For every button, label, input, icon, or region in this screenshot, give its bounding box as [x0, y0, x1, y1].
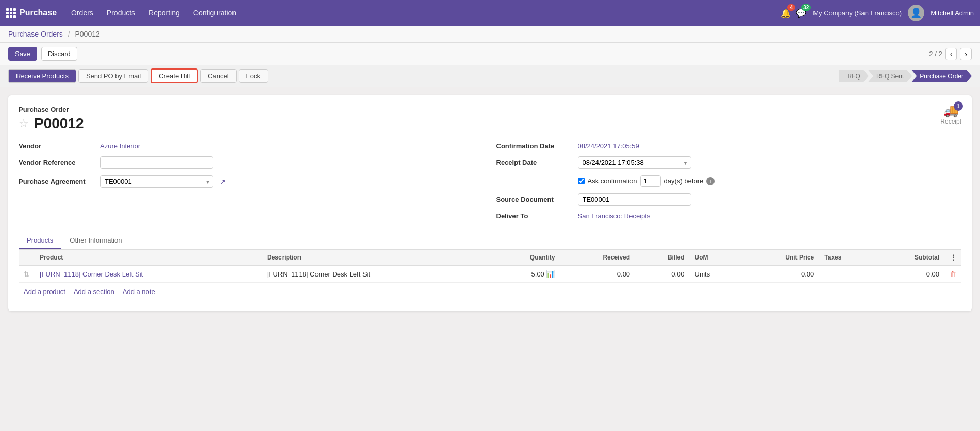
source-document-input[interactable]	[578, 193, 691, 206]
create-bill-button[interactable]: Create Bill	[151, 68, 198, 83]
breadcrumb: Purchase Orders / P00012	[0, 26, 980, 43]
receipt-date-select[interactable]: 08/24/2021 17:05:38	[578, 156, 691, 169]
form-grid: Vendor Azure Interior Vendor Reference P…	[19, 142, 961, 220]
confirmation-date-row: Confirmation Date 08/24/2021 17:05:59	[496, 142, 962, 150]
row-product[interactable]: [FURN_1118] Corner Desk Left Sit	[35, 266, 262, 283]
row-unit-price[interactable]: 0.00	[741, 266, 819, 283]
info-icon[interactable]: i	[706, 177, 715, 185]
chat-count: 32	[801, 4, 811, 11]
row-quantity: 5.00 📊	[489, 266, 560, 283]
confirmation-date-label: Confirmation Date	[496, 142, 574, 150]
tab-other-information[interactable]: Other Information	[61, 232, 130, 249]
purchase-agreement-select[interactable]: TE00001	[100, 175, 213, 188]
status-rfq[interactable]: RFQ	[839, 70, 869, 82]
send-po-email-button[interactable]: Send PO by Email	[78, 69, 148, 83]
deliver-to-row: Deliver To San Francisco: Receipts	[496, 212, 962, 220]
vendor-reference-input[interactable]	[100, 156, 213, 169]
col-received: Received	[560, 250, 635, 266]
receipt-count: 1	[954, 101, 963, 111]
doc-type-label: Purchase Order	[19, 106, 961, 113]
user-name[interactable]: Mitchell Admin	[931, 9, 974, 17]
lock-button[interactable]: Lock	[239, 69, 268, 83]
source-document-label: Source Document	[496, 196, 574, 203]
receive-products-button[interactable]: Receive Products	[8, 69, 76, 83]
nav-badges: 🔔 4 💬 32	[780, 7, 807, 19]
drag-handle-icon: ⇅	[24, 270, 29, 278]
receipt-date-row: Receipt Date 08/24/2021 17:05:38 ▼	[496, 156, 962, 169]
user-avatar[interactable]: 👤	[908, 5, 924, 21]
discard-button[interactable]: Discard	[41, 47, 77, 61]
cancel-button[interactable]: Cancel	[200, 69, 236, 83]
col-billed: Billed	[635, 250, 690, 266]
purchase-agreement-label: Purchase Agreement	[19, 178, 96, 185]
breadcrumb-parent[interactable]: Purchase Orders	[8, 30, 63, 38]
purchase-agreement-select-wrap: TE00001 ▼	[100, 175, 213, 188]
nav-orders[interactable]: Orders	[65, 6, 99, 20]
app-title: Purchase	[20, 8, 57, 18]
nav-items: Orders Products Reporting Configuration	[65, 6, 776, 20]
next-page-button[interactable]: ›	[960, 48, 972, 60]
vendor-row: Vendor Azure Interior	[19, 142, 484, 150]
row-delete[interactable]: 🗑	[944, 266, 961, 283]
col-description: Description	[262, 250, 489, 266]
col-handle	[19, 250, 35, 266]
tab-products[interactable]: Products	[19, 232, 61, 249]
prev-page-button[interactable]: ‹	[945, 48, 957, 60]
breadcrumb-current: P00012	[75, 30, 100, 38]
vendor-label: Vendor	[19, 142, 96, 150]
col-subtotal: Subtotal	[874, 250, 944, 266]
delete-row-icon[interactable]: 🗑	[950, 270, 956, 278]
notification-badge[interactable]: 🔔 4	[780, 7, 791, 19]
col-uom: UoM	[690, 250, 741, 266]
vendor-reference-row: Vendor Reference	[19, 156, 484, 169]
nav-configuration[interactable]: Configuration	[187, 6, 242, 20]
document-card: 🚚 1 Receipt Purchase Order ☆ P00012 Vend…	[8, 95, 972, 311]
purchase-agreement-row: Purchase Agreement TE00001 ▼ ↗	[19, 175, 484, 188]
deliver-to-value[interactable]: San Francisco: Receipts	[578, 212, 651, 220]
row-subtotal: 0.00	[874, 266, 944, 283]
page-indicator: 2 / 2	[929, 50, 942, 58]
nav-reporting[interactable]: Reporting	[142, 6, 186, 20]
confirmation-date-value: 08/24/2021 17:05:59	[578, 142, 639, 150]
chat-badge[interactable]: 💬 32	[795, 7, 807, 19]
table-header-row: Product Description Quantity Received Bi…	[19, 250, 961, 266]
grid-icon	[6, 8, 15, 18]
forecast-chart-icon[interactable]: 📊	[546, 270, 555, 278]
add-note-link[interactable]: Add a note	[123, 288, 155, 296]
deliver-to-label: Deliver To	[496, 212, 574, 220]
save-button[interactable]: Save	[8, 47, 37, 61]
ask-confirmation-row: Ask confirmation day(s) before i	[496, 175, 962, 187]
toolbar: Receive Products Send PO by Email Create…	[0, 65, 980, 87]
source-document-row: Source Document	[496, 193, 962, 206]
nav-products[interactable]: Products	[101, 6, 141, 20]
notification-count: 4	[787, 4, 795, 11]
row-description[interactable]: [FURN_1118] Corner Desk Left Sit	[262, 266, 489, 283]
col-taxes: Taxes	[819, 250, 874, 266]
form-right: Confirmation Date 08/24/2021 17:05:59 Re…	[496, 142, 962, 220]
doc-number: P00012	[34, 115, 84, 132]
vendor-value[interactable]: Azure Interior	[100, 142, 140, 150]
breadcrumb-separator: /	[68, 30, 70, 38]
receipt-badge[interactable]: 🚚 1 Receipt	[940, 104, 961, 125]
add-product-link[interactable]: Add a product	[24, 288, 65, 296]
row-handle[interactable]: ⇅	[19, 266, 35, 283]
topnav: Purchase Orders Products Reporting Confi…	[0, 0, 980, 26]
row-taxes[interactable]	[819, 266, 874, 283]
main-content: 🚚 1 Receipt Purchase Order ☆ P00012 Vend…	[0, 87, 980, 425]
status-purchase-order[interactable]: Purchase Order	[911, 70, 972, 82]
ask-confirmation-days-input[interactable]	[640, 175, 661, 187]
add-row-area: Add a product Add a section Add a note	[19, 283, 961, 301]
col-menu[interactable]: ⋮	[944, 250, 961, 266]
tabs: Products Other Information	[19, 232, 961, 249]
add-section-link[interactable]: Add a section	[74, 288, 114, 296]
action-bar: Save Discard 2 / 2 ‹ ›	[0, 43, 980, 65]
favorite-star-icon[interactable]: ☆	[19, 117, 29, 130]
status-trail: RFQ RFQ Sent Purchase Order	[840, 70, 972, 82]
ask-confirmation-checkbox[interactable]	[578, 178, 585, 184]
status-rfq-sent[interactable]: RFQ Sent	[868, 70, 912, 82]
app-logo[interactable]: Purchase	[6, 8, 57, 18]
doc-title-row: ☆ P00012	[19, 115, 961, 132]
external-link-icon[interactable]: ↗	[220, 178, 226, 186]
table-row: ⇅ [FURN_1118] Corner Desk Left Sit [FURN…	[19, 266, 961, 283]
vendor-reference-label: Vendor Reference	[19, 159, 96, 166]
